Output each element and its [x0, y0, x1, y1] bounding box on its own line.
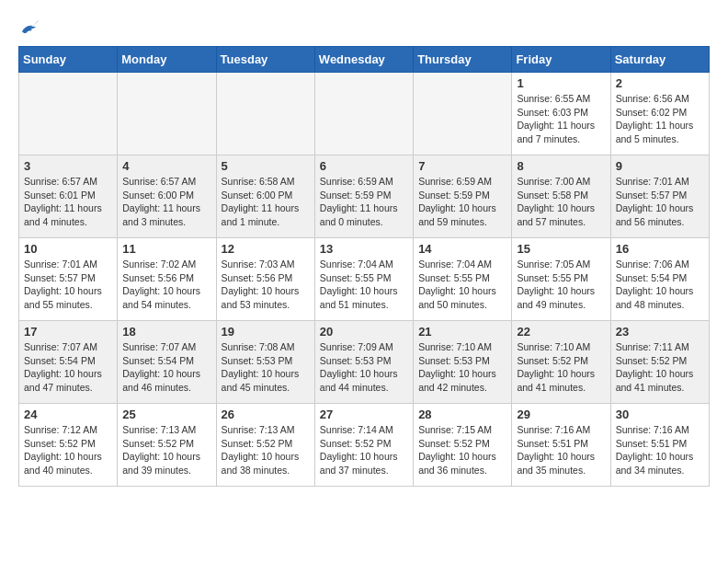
calendar-cell: 3Sunrise: 6:57 AM Sunset: 6:01 PM Daylig… [19, 155, 118, 238]
calendar-cell: 23Sunrise: 7:11 AM Sunset: 5:52 PM Dayli… [610, 321, 709, 404]
day-info: Sunrise: 6:59 AM Sunset: 5:59 PM Dayligh… [320, 175, 408, 229]
day-number: 26 [222, 408, 310, 421]
calendar-cell: 25Sunrise: 7:13 AM Sunset: 5:52 PM Dayli… [118, 404, 216, 487]
day-number: 20 [320, 325, 408, 339]
calendar-cell [314, 73, 413, 155]
day-number: 11 [122, 242, 210, 256]
calendar-cell: 15Sunrise: 7:05 AM Sunset: 5:55 PM Dayli… [512, 238, 610, 321]
day-info: Sunrise: 6:55 AM Sunset: 6:03 PM Dayligh… [517, 92, 605, 146]
day-number: 3 [24, 159, 112, 173]
day-info: Sunrise: 7:01 AM Sunset: 5:57 PM Dayligh… [24, 258, 112, 312]
day-number: 13 [320, 242, 408, 256]
day-info: Sunrise: 7:13 AM Sunset: 5:52 PM Dayligh… [122, 423, 210, 477]
day-info: Sunrise: 7:10 AM Sunset: 5:52 PM Dayligh… [517, 340, 605, 395]
day-number: 15 [517, 242, 605, 256]
calendar-cell: 10Sunrise: 7:01 AM Sunset: 5:57 PM Dayli… [19, 238, 118, 321]
day-number: 22 [517, 325, 605, 339]
calendar-cell: 1Sunrise: 6:55 AM Sunset: 6:03 PM Daylig… [512, 73, 610, 155]
calendar-cell: 19Sunrise: 7:08 AM Sunset: 5:53 PM Dayli… [216, 321, 314, 404]
day-info: Sunrise: 7:04 AM Sunset: 5:55 PM Dayligh… [320, 258, 408, 312]
weekday-header-sunday: Sunday [19, 47, 118, 73]
logo-bird-icon [18, 18, 40, 37]
calendar-cell: 13Sunrise: 7:04 AM Sunset: 5:55 PM Dayli… [314, 238, 413, 321]
day-number: 16 [616, 242, 704, 256]
logo [18, 18, 44, 37]
day-info: Sunrise: 6:58 AM Sunset: 6:00 PM Dayligh… [222, 175, 310, 229]
day-number: 7 [418, 159, 506, 173]
day-number: 14 [418, 242, 506, 256]
calendar-cell [19, 73, 118, 155]
day-info: Sunrise: 7:03 AM Sunset: 5:56 PM Dayligh… [222, 258, 310, 312]
day-number: 8 [517, 159, 605, 173]
day-number: 28 [418, 408, 506, 421]
day-number: 6 [320, 159, 408, 173]
calendar-cell: 7Sunrise: 6:59 AM Sunset: 5:59 PM Daylig… [414, 155, 512, 238]
calendar-cell: 16Sunrise: 7:06 AM Sunset: 5:54 PM Dayli… [610, 238, 709, 321]
calendar-table: SundayMondayTuesdayWednesdayThursdayFrid… [18, 46, 710, 487]
calendar-cell: 9Sunrise: 7:01 AM Sunset: 5:57 PM Daylig… [610, 155, 709, 238]
day-info: Sunrise: 7:08 AM Sunset: 5:53 PM Dayligh… [222, 340, 310, 395]
calendar-cell: 28Sunrise: 7:15 AM Sunset: 5:52 PM Dayli… [414, 404, 512, 487]
calendar-week-row: 1Sunrise: 6:55 AM Sunset: 6:03 PM Daylig… [19, 73, 710, 155]
day-number: 23 [616, 325, 704, 339]
weekday-header-friday: Friday [512, 47, 610, 73]
calendar-cell: 22Sunrise: 7:10 AM Sunset: 5:52 PM Dayli… [512, 321, 610, 404]
day-number: 9 [616, 159, 704, 173]
calendar-week-row: 24Sunrise: 7:12 AM Sunset: 5:52 PM Dayli… [19, 404, 710, 487]
day-info: Sunrise: 7:15 AM Sunset: 5:52 PM Dayligh… [418, 423, 506, 477]
weekday-header-thursday: Thursday [414, 47, 512, 73]
calendar-cell: 26Sunrise: 7:13 AM Sunset: 5:52 PM Dayli… [216, 404, 314, 487]
day-info: Sunrise: 7:14 AM Sunset: 5:52 PM Dayligh… [320, 423, 408, 477]
calendar-cell: 24Sunrise: 7:12 AM Sunset: 5:52 PM Dayli… [19, 404, 118, 487]
day-info: Sunrise: 7:13 AM Sunset: 5:52 PM Dayligh… [222, 423, 310, 477]
day-number: 5 [222, 159, 310, 173]
calendar-cell: 6Sunrise: 6:59 AM Sunset: 5:59 PM Daylig… [314, 155, 413, 238]
day-info: Sunrise: 6:57 AM Sunset: 6:01 PM Dayligh… [24, 175, 112, 229]
day-number: 17 [24, 325, 112, 339]
day-info: Sunrise: 7:16 AM Sunset: 5:51 PM Dayligh… [616, 423, 704, 477]
calendar-cell: 21Sunrise: 7:10 AM Sunset: 5:53 PM Dayli… [414, 321, 512, 404]
day-number: 10 [24, 242, 112, 256]
day-number: 21 [418, 325, 506, 339]
calendar-cell: 2Sunrise: 6:56 AM Sunset: 6:02 PM Daylig… [610, 73, 709, 155]
weekday-header-row: SundayMondayTuesdayWednesdayThursdayFrid… [19, 47, 710, 73]
day-info: Sunrise: 7:06 AM Sunset: 5:54 PM Dayligh… [616, 258, 704, 312]
day-info: Sunrise: 7:09 AM Sunset: 5:53 PM Dayligh… [320, 340, 408, 395]
day-info: Sunrise: 6:56 AM Sunset: 6:02 PM Dayligh… [616, 92, 704, 146]
calendar-cell: 18Sunrise: 7:07 AM Sunset: 5:54 PM Dayli… [118, 321, 216, 404]
day-info: Sunrise: 7:07 AM Sunset: 5:54 PM Dayligh… [24, 340, 112, 395]
calendar-week-row: 3Sunrise: 6:57 AM Sunset: 6:01 PM Daylig… [19, 155, 710, 238]
calendar-cell: 27Sunrise: 7:14 AM Sunset: 5:52 PM Dayli… [314, 404, 413, 487]
calendar-week-row: 17Sunrise: 7:07 AM Sunset: 5:54 PM Dayli… [19, 321, 710, 404]
day-number: 18 [122, 325, 210, 339]
weekday-header-tuesday: Tuesday [216, 47, 314, 73]
day-number: 2 [616, 76, 704, 90]
calendar-cell: 4Sunrise: 6:57 AM Sunset: 6:00 PM Daylig… [118, 155, 216, 238]
day-info: Sunrise: 6:57 AM Sunset: 6:00 PM Dayligh… [122, 175, 210, 229]
day-number: 1 [517, 76, 605, 90]
calendar-cell: 30Sunrise: 7:16 AM Sunset: 5:51 PM Dayli… [610, 404, 709, 487]
day-info: Sunrise: 7:04 AM Sunset: 5:55 PM Dayligh… [418, 258, 506, 312]
day-info: Sunrise: 7:05 AM Sunset: 5:55 PM Dayligh… [517, 258, 605, 312]
day-number: 27 [320, 408, 408, 421]
day-info: Sunrise: 6:59 AM Sunset: 5:59 PM Dayligh… [418, 175, 506, 229]
calendar-week-row: 10Sunrise: 7:01 AM Sunset: 5:57 PM Dayli… [19, 238, 710, 321]
weekday-header-monday: Monday [118, 47, 216, 73]
calendar-cell: 20Sunrise: 7:09 AM Sunset: 5:53 PM Dayli… [314, 321, 413, 404]
day-number: 29 [517, 408, 605, 421]
calendar-cell [216, 73, 314, 155]
page-header [18, 18, 710, 37]
calendar-cell [118, 73, 216, 155]
day-info: Sunrise: 7:07 AM Sunset: 5:54 PM Dayligh… [122, 340, 210, 395]
calendar-cell: 5Sunrise: 6:58 AM Sunset: 6:00 PM Daylig… [216, 155, 314, 238]
calendar-cell: 17Sunrise: 7:07 AM Sunset: 5:54 PM Dayli… [19, 321, 118, 404]
day-info: Sunrise: 7:10 AM Sunset: 5:53 PM Dayligh… [418, 340, 506, 395]
day-info: Sunrise: 7:12 AM Sunset: 5:52 PM Dayligh… [24, 423, 112, 477]
day-number: 24 [24, 408, 112, 421]
day-number: 30 [616, 408, 704, 421]
weekday-header-wednesday: Wednesday [314, 47, 413, 73]
calendar-cell [414, 73, 512, 155]
calendar-cell: 11Sunrise: 7:02 AM Sunset: 5:56 PM Dayli… [118, 238, 216, 321]
day-number: 25 [122, 408, 210, 421]
day-info: Sunrise: 7:16 AM Sunset: 5:51 PM Dayligh… [517, 423, 605, 477]
